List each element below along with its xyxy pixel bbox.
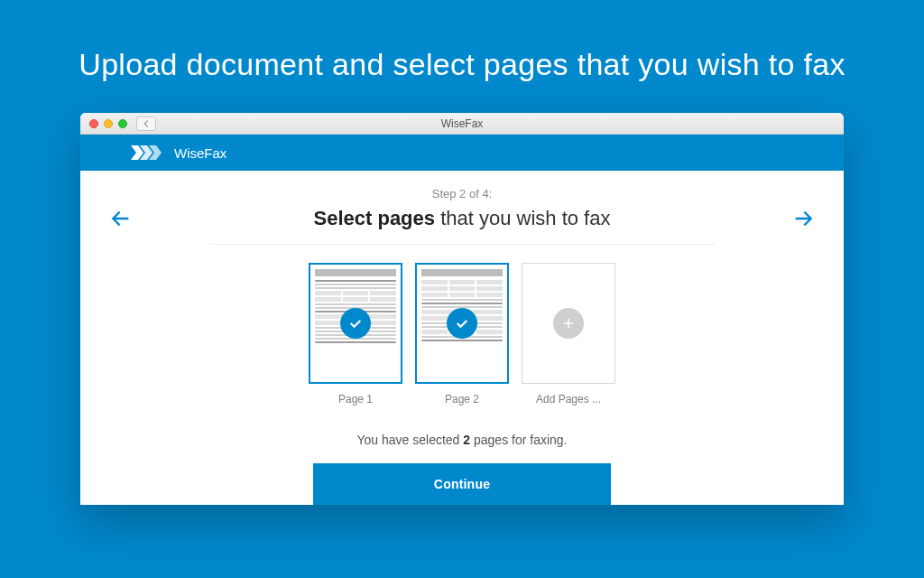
arrow-left-icon	[107, 206, 133, 231]
selected-check-icon	[447, 308, 477, 339]
status-suffix: pages for faxing.	[470, 433, 567, 447]
thumb-label-1: Page 1	[338, 393, 373, 406]
divider	[209, 244, 715, 245]
selection-status: You have selected 2 pages for faxing.	[102, 433, 822, 447]
banner-title: Upload document and select pages that yo…	[79, 47, 845, 82]
page-thumb-1[interactable]	[309, 263, 402, 384]
heading-rest: that you wish to fax	[435, 207, 610, 229]
back-button[interactable]	[136, 117, 156, 131]
selected-check-icon	[340, 308, 371, 339]
brand-bar: WiseFax	[80, 135, 844, 171]
brand-name: WiseFax	[174, 145, 226, 161]
thumb-col-add: Add Pages ...	[522, 263, 615, 406]
next-arrow-button[interactable]	[791, 206, 817, 231]
add-pages-button[interactable]	[522, 263, 615, 384]
status-count: 2	[463, 433, 470, 447]
arrow-right-icon	[791, 206, 817, 231]
heading-bold: Select pages	[314, 207, 436, 229]
app-window: WiseFax WiseFax Step 2 of 4: Select page…	[80, 113, 844, 505]
wisefax-logo-icon	[131, 145, 167, 160]
zoom-icon[interactable]	[118, 119, 127, 128]
window-titlebar: WiseFax	[80, 113, 844, 135]
window-controls	[89, 119, 127, 128]
page-thumb-2[interactable]	[415, 263, 509, 384]
step-indicator: Step 2 of 4:	[102, 187, 822, 200]
thumb-label-2: Page 2	[445, 393, 479, 406]
prev-arrow-button[interactable]	[107, 206, 133, 231]
minimize-icon[interactable]	[104, 119, 113, 128]
thumb-col-1: Page 1	[309, 263, 402, 406]
close-icon[interactable]	[89, 119, 98, 128]
page-thumbnails: Page 1	[102, 263, 822, 406]
thumb-label-add: Add Pages ...	[536, 393, 601, 406]
main-content: Step 2 of 4: Select pages that you wish …	[80, 171, 844, 505]
status-prefix: You have selected	[357, 433, 464, 447]
plus-icon	[553, 308, 584, 339]
chevron-left-icon	[143, 120, 150, 127]
window-title: WiseFax	[80, 117, 844, 130]
heading-row: Select pages that you wish to fax	[102, 206, 822, 244]
continue-button[interactable]: Continue	[313, 463, 611, 505]
page-heading: Select pages that you wish to fax	[314, 207, 611, 230]
thumb-col-2: Page 2	[415, 263, 509, 406]
